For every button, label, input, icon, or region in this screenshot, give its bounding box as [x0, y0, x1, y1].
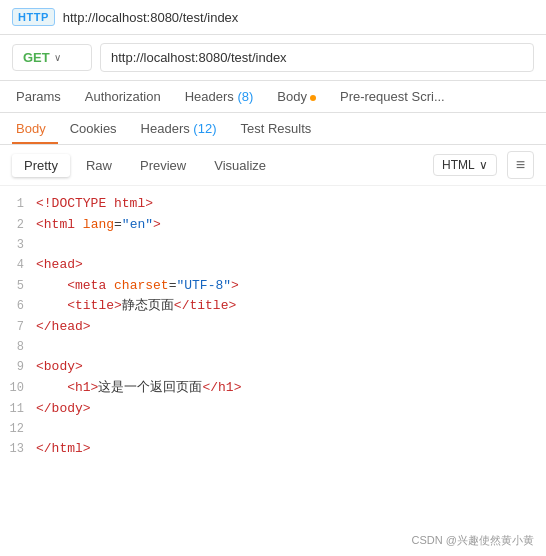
wrap-button[interactable]: ≡: [507, 151, 534, 179]
line-number: 9: [8, 358, 36, 377]
line-number: 7: [8, 318, 36, 337]
code-line: 2<html lang="en">: [0, 215, 546, 236]
code-line: 6 <title>静态页面</title>: [0, 296, 546, 317]
code-line: 5 <meta charset="UTF-8">: [0, 276, 546, 297]
code-line: 4<head>: [0, 255, 546, 276]
line-number: 10: [8, 379, 36, 398]
line-number: 3: [8, 236, 36, 255]
line-number: 6: [8, 297, 36, 316]
tab-response-body[interactable]: Body: [12, 113, 58, 144]
code-content: <title>静态页面</title>: [36, 296, 236, 317]
preview-button[interactable]: Preview: [128, 154, 198, 177]
watermark: CSDN @兴趣使然黄小黄: [412, 533, 534, 548]
address-url: http://localhost:8080/test/index: [63, 10, 239, 25]
code-line: 10 <h1>这是一个返回页面</h1>: [0, 378, 546, 399]
code-content: <meta charset="UTF-8">: [36, 276, 239, 297]
response-tabs-row: Body Cookies Headers (12) Test Results: [0, 113, 546, 145]
code-line: 7</head>: [0, 317, 546, 338]
format-select[interactable]: HTML ∨: [433, 154, 497, 176]
code-line: 1<!DOCTYPE html>: [0, 194, 546, 215]
tab-test-results[interactable]: Test Results: [228, 113, 323, 144]
chevron-down-icon: ∨: [54, 52, 61, 63]
address-bar: HTTP http://localhost:8080/test/index: [0, 0, 546, 35]
code-line: 12: [0, 420, 546, 439]
raw-button[interactable]: Raw: [74, 154, 124, 177]
code-content: <html lang="en">: [36, 215, 161, 236]
code-content: </html>: [36, 439, 91, 460]
line-number: 11: [8, 400, 36, 419]
line-number: 1: [8, 195, 36, 214]
code-line: 8: [0, 338, 546, 357]
http-badge: HTTP: [12, 8, 55, 26]
tab-cookies[interactable]: Cookies: [58, 113, 129, 144]
line-number: 13: [8, 440, 36, 459]
code-line: 13</html>: [0, 439, 546, 460]
code-content: </head>: [36, 317, 91, 338]
visualize-button[interactable]: Visualize: [202, 154, 278, 177]
code-line: 11</body>: [0, 399, 546, 420]
line-number: 5: [8, 277, 36, 296]
tab-body[interactable]: Body: [265, 81, 328, 112]
code-line: 3: [0, 236, 546, 255]
code-content: <!DOCTYPE html>: [36, 194, 153, 215]
chevron-down-icon: ∨: [479, 158, 488, 172]
method-label: GET: [23, 50, 50, 65]
code-content: </body>: [36, 399, 91, 420]
line-number: 2: [8, 216, 36, 235]
code-line: 9<body>: [0, 357, 546, 378]
tab-authorization[interactable]: Authorization: [73, 81, 173, 112]
method-select[interactable]: GET ∨: [12, 44, 92, 71]
code-view: 1<!DOCTYPE html>2<html lang="en">34<head…: [0, 186, 546, 542]
line-number: 8: [8, 338, 36, 357]
pretty-button[interactable]: Pretty: [12, 154, 70, 177]
request-tabs-row: Params Authorization Headers (8) Body Pr…: [0, 81, 546, 113]
tab-headers[interactable]: Headers (8): [173, 81, 266, 112]
code-content: <head>: [36, 255, 83, 276]
tab-response-headers[interactable]: Headers (12): [129, 113, 229, 144]
tab-params[interactable]: Params: [12, 81, 73, 112]
line-number: 12: [8, 420, 36, 439]
tab-pre-request[interactable]: Pre-request Scri...: [328, 81, 457, 112]
body-controls: Pretty Raw Preview Visualize HTML ∨ ≡: [0, 145, 546, 186]
line-number: 4: [8, 256, 36, 275]
code-content: <body>: [36, 357, 83, 378]
code-content: <h1>这是一个返回页面</h1>: [36, 378, 241, 399]
request-bar: GET ∨: [0, 35, 546, 81]
format-value: HTML: [442, 158, 475, 172]
url-input[interactable]: [100, 43, 534, 72]
